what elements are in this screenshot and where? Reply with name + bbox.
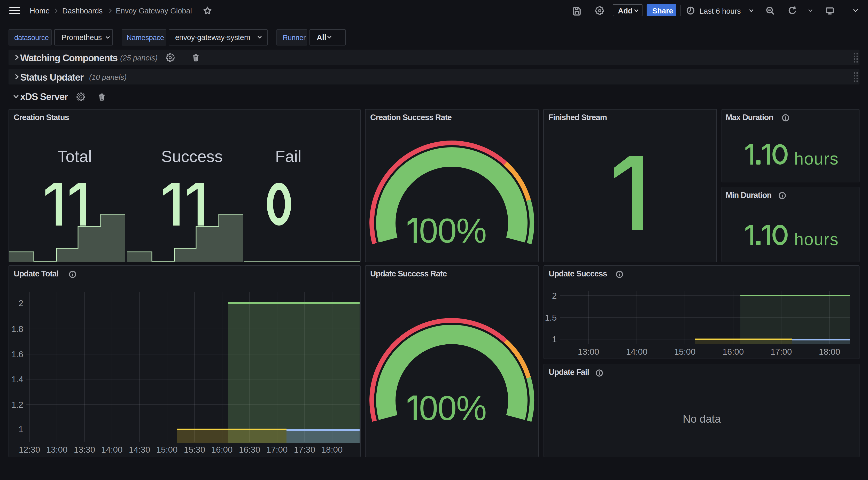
- svg-text:Total: Total: [57, 147, 92, 166]
- svg-text:hours: hours: [794, 230, 839, 249]
- svg-text:13:30: 13:30: [74, 445, 95, 454]
- svg-text:1.5: 1.5: [545, 313, 557, 322]
- svg-text:00%: 00%: [419, 389, 486, 427]
- svg-text:15:00: 15:00: [674, 347, 696, 357]
- svg-text:18:00: 18:00: [819, 347, 840, 357]
- svg-text:14:00: 14:00: [626, 347, 648, 357]
- svg-text:16:30: 16:30: [239, 445, 260, 454]
- svg-text:1.8: 1.8: [11, 324, 23, 334]
- svg-text:2: 2: [19, 298, 23, 308]
- svg-text:16:00: 16:00: [722, 347, 744, 357]
- svg-text:Fail: Fail: [275, 147, 302, 166]
- svg-text:12:30: 12:30: [19, 445, 40, 454]
- svg-text:1: 1: [19, 424, 23, 434]
- svg-text:1.2: 1.2: [11, 400, 23, 410]
- svg-text:13:00: 13:00: [46, 445, 68, 454]
- svg-text:18:00: 18:00: [321, 445, 343, 454]
- svg-text:17:30: 17:30: [294, 445, 315, 454]
- svg-text:hours: hours: [794, 149, 839, 168]
- svg-text:15:30: 15:30: [184, 445, 206, 454]
- svg-text:1: 1: [552, 335, 557, 344]
- svg-text:Success: Success: [161, 147, 223, 166]
- svg-text:1.4: 1.4: [11, 374, 23, 384]
- svg-text:1.6: 1.6: [11, 350, 23, 359]
- svg-text:17:00: 17:00: [771, 347, 792, 357]
- svg-text:13:00: 13:00: [578, 347, 599, 357]
- svg-text:00%: 00%: [419, 212, 486, 250]
- svg-text:17:00: 17:00: [266, 445, 288, 454]
- svg-text:16:00: 16:00: [211, 445, 233, 454]
- svg-text:2: 2: [552, 291, 557, 300]
- svg-text:15:00: 15:00: [156, 445, 178, 454]
- svg-text:14:30: 14:30: [129, 445, 150, 454]
- svg-text:14:00: 14:00: [101, 445, 123, 454]
